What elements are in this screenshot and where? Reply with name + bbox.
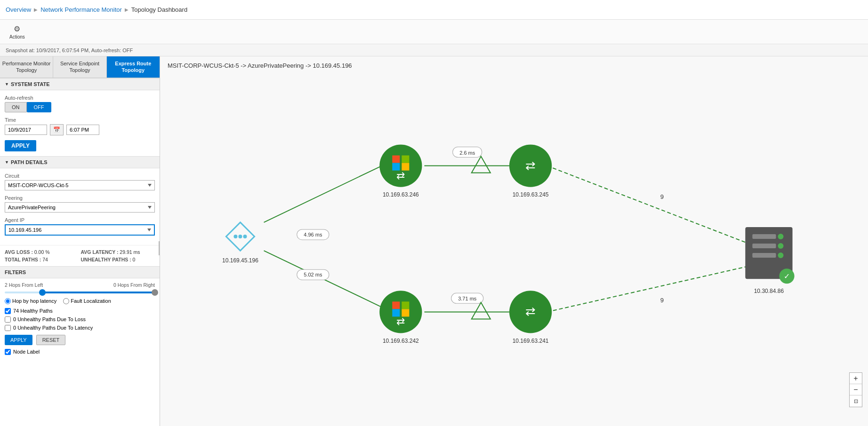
- avg-latency-value: 29.91 ms: [120, 249, 140, 255]
- peering-field: Peering AzurePrivatePeering: [5, 195, 155, 213]
- toggle-on-button[interactable]: ON: [5, 102, 27, 112]
- checkbox-latency-paths-label: 0 Unhealthy Paths Due To Latency: [13, 325, 93, 331]
- agent-dot-2: [238, 235, 242, 238]
- slider-thumb-left[interactable]: [39, 289, 46, 296]
- total-paths-value: 74: [42, 257, 48, 262]
- snapshot-bar: Snapshot at: 10/9/2017, 6:07:54 PM, Auto…: [0, 44, 868, 56]
- tab-express-route[interactable]: Express RouteTopology: [107, 56, 160, 78]
- n1-label: 10.169.63.246: [383, 191, 419, 198]
- time-input[interactable]: [66, 125, 99, 135]
- circuit-select[interactable]: MSIT-CORP-WCUS-Ckt-5: [5, 180, 155, 190]
- time-input-row: 📅: [5, 124, 155, 135]
- radio-hop-latency-input[interactable]: [5, 298, 11, 304]
- hops-right-label: 0 Hops From Right: [113, 282, 155, 288]
- filters-title: FILTERS: [5, 269, 26, 275]
- avg-loss-stat: AVG LOSS : 0.00 %: [5, 249, 79, 255]
- slider-track: [5, 292, 155, 293]
- node-n3[interactable]: ⇄: [379, 291, 422, 333]
- filters-section: 2 Hops From Left 0 Hops From Right Hop b…: [0, 278, 160, 359]
- actions-icon: ⚙: [14, 24, 20, 33]
- filter-reset-button[interactable]: RESET: [36, 335, 66, 345]
- tab-performance-monitor[interactable]: Performance MonitorTopology: [0, 56, 53, 78]
- latency-text-26: 2.6 ms: [459, 150, 475, 156]
- unhealthy-paths-value: 0: [133, 257, 136, 262]
- port-led-1: [778, 234, 783, 239]
- unhealthy-paths-stat: UNHEALTHY PATHS : 0: [81, 257, 155, 262]
- actions-label: Actions: [9, 34, 25, 39]
- n4-label: 10.169.63.241: [513, 338, 549, 344]
- circuit-label: Circuit: [5, 173, 155, 179]
- total-paths-label: TOTAL PATHS :: [5, 257, 41, 262]
- circuit-field: Circuit MSIT-CORP-WCUS-Ckt-5: [5, 173, 155, 190]
- zoom-in-button[interactable]: +: [850, 373, 862, 384]
- n3-label: 10.169.63.242: [383, 338, 419, 344]
- agent-ip-select[interactable]: 10.169.45.196: [5, 224, 155, 236]
- n2-icon: ⇄: [525, 158, 536, 173]
- checkbox-healthy-paths[interactable]: 74 Healthy Paths: [5, 308, 155, 314]
- node-n4[interactable]: ⇄: [509, 291, 552, 333]
- auto-refresh-toggle: ON OFF: [5, 102, 155, 112]
- hops-slider[interactable]: [5, 292, 155, 293]
- checkbox-latency-paths[interactable]: 0 Unhealthy Paths Due To Latency: [5, 325, 155, 331]
- breadcrumb-npm[interactable]: Network Performance Monitor: [40, 6, 122, 13]
- zoom-out-button[interactable]: −: [850, 384, 862, 395]
- radio-fault-localization[interactable]: Fault Localization: [63, 298, 111, 304]
- breadcrumb-sep-1: ▶: [34, 7, 38, 12]
- tab-bar: Performance MonitorTopology Service Endp…: [0, 56, 160, 78]
- latency-text-502: 5.02 ms: [304, 272, 322, 277]
- radio-hop-latency-label: Hop by hop latency: [12, 298, 56, 304]
- canvas: MSIT-CORP-WCUS-Ckt-5 -> AzurePrivatePeer…: [160, 56, 868, 426]
- main-layout: ◀ Performance MonitorTopology Service En…: [0, 56, 868, 426]
- breadcrumb-overview[interactable]: Overview: [6, 6, 31, 13]
- filters-header[interactable]: FILTERS: [0, 266, 160, 278]
- checkbox-healthy-paths-input[interactable]: [5, 308, 11, 314]
- header: Overview ▶ Network Performance Monitor ▶…: [0, 0, 868, 20]
- path-details-header[interactable]: ▼ PATH DETAILS: [0, 156, 160, 168]
- checkbox-loss-paths-input[interactable]: [5, 316, 11, 323]
- auto-refresh-label: Auto-refresh: [5, 95, 155, 101]
- dest-node[interactable]: ✓: [745, 227, 794, 284]
- port-3: [752, 253, 776, 258]
- date-input[interactable]: [5, 125, 47, 135]
- toggle-off-button[interactable]: OFF: [27, 102, 51, 112]
- slider-thumb-right[interactable]: [152, 289, 158, 296]
- actions-button[interactable]: ⚙ Actions: [6, 23, 29, 41]
- filter-actions: APPLY RESET: [5, 335, 155, 345]
- radio-hop-latency[interactable]: Hop by hop latency: [5, 298, 56, 304]
- radio-fault-localization-input[interactable]: [63, 298, 69, 304]
- agent-node[interactable]: [226, 222, 254, 251]
- port-2: [752, 244, 776, 248]
- node-label-text: Node Label: [13, 349, 40, 355]
- agent-label: 10.169.45.196: [222, 257, 258, 264]
- apply-time-button[interactable]: APPLY: [5, 140, 36, 151]
- calendar-icon[interactable]: 📅: [50, 124, 64, 135]
- checkmark-icon: ✓: [784, 272, 790, 280]
- toolbar: ⚙ Actions: [0, 20, 868, 44]
- radio-fault-localization-label: Fault Localization: [71, 298, 111, 304]
- checkbox-healthy-paths-label: 74 Healthy Paths: [13, 308, 53, 314]
- tab-service-endpoint[interactable]: Service EndpointTopology: [53, 56, 106, 78]
- latency-text-496: 4.96 ms: [304, 232, 322, 237]
- zoom-fit-button[interactable]: ⊡: [850, 395, 862, 407]
- node-n2[interactable]: ⇄: [509, 144, 552, 187]
- system-state-header[interactable]: ▼ SYSTEM STATE: [0, 78, 160, 90]
- checkbox-loss-paths[interactable]: 0 Unhealthy Paths Due To Loss: [5, 316, 155, 323]
- node-n1[interactable]: ⇄: [379, 144, 422, 187]
- node-label-checkbox[interactable]: [5, 349, 11, 355]
- avg-latency-stat: AVG LATENCY : 29.91 ms: [81, 249, 155, 255]
- link-n2-dest: [547, 166, 755, 246]
- network-diagram: 4.96 ms 5.02 ms 2.6 ms 3.71 ms 9 9: [160, 56, 868, 426]
- system-state-section: Auto-refresh ON OFF Time 📅 APPLY: [0, 90, 160, 156]
- sidebar: ◀ Performance MonitorTopology Service En…: [0, 56, 160, 426]
- peering-label: Peering: [5, 195, 155, 201]
- node-label-row: Node Label: [5, 349, 155, 355]
- checkbox-latency-paths-input[interactable]: [5, 325, 11, 331]
- hop-count-upper: 9: [660, 193, 664, 200]
- breadcrumb-current: Topology Dashboard: [131, 6, 187, 13]
- snapshot-text: Snapshot at: 10/9/2017, 6:07:54 PM, Auto…: [6, 47, 133, 53]
- checkbox-loss-paths-label: 0 Unhealthy Paths Due To Loss: [13, 316, 86, 322]
- filter-apply-button[interactable]: APPLY: [5, 335, 32, 345]
- slider-fill: [42, 292, 155, 293]
- peering-select[interactable]: AzurePrivatePeering: [5, 202, 155, 213]
- hops-left-label: 2 Hops From Left: [5, 282, 43, 288]
